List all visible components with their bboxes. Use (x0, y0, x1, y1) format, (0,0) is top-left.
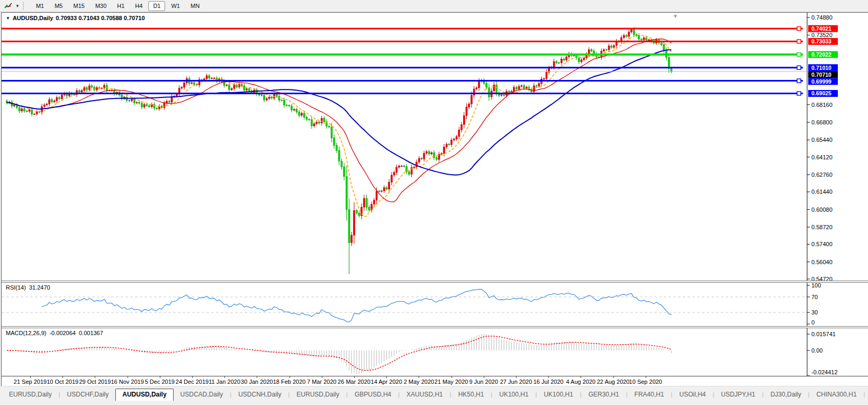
macd-chart-canvas[interactable]: 0.0157410.00-0.024412 (2, 328, 868, 376)
chart-tab-hk50-h1[interactable]: HK50,H1 (451, 389, 491, 401)
time-axis-label: 16 Nov 2019 (111, 379, 143, 385)
time-axis-tick (322, 376, 322, 378)
time-axis-label: 7 Mar 2020 (307, 379, 337, 385)
svg-text:0.62760: 0.62760 (811, 172, 833, 178)
timeframe-button-w1[interactable]: W1 (166, 1, 185, 11)
time-axis-tick (581, 376, 581, 378)
chart-symbol-label: AUDUSD,Daily (13, 15, 53, 21)
chart-tab-uk100-h1[interactable]: UK100,H1 (492, 389, 535, 401)
chart-tab-eurusd-daily[interactable]: EURUSD,Daily (2, 389, 59, 401)
chart-tab-usdcnh-daily[interactable]: USDCNH,Daily (231, 389, 288, 401)
chart-tab-dj30-daily[interactable]: DJ30,Daily (764, 389, 808, 401)
svg-text:70: 70 (811, 294, 818, 300)
chart-tab-usoil-h4[interactable]: USOil,H4 (672, 389, 712, 401)
svg-text:0.00: 0.00 (811, 347, 822, 354)
svg-text:0.72022: 0.72022 (811, 51, 831, 58)
macd-pane[interactable]: MACD(12,26,9) -0.002064 0.001367 0.01574… (2, 328, 868, 376)
time-axis-tick (386, 376, 387, 378)
rsi-chart-canvas[interactable]: 10070300 (2, 283, 868, 326)
chart-tab-audusd-daily[interactable]: AUDUSD,Daily (115, 389, 173, 401)
time-axis-label: 2 May 2020 (404, 379, 434, 385)
time-axis-tick (128, 376, 128, 378)
chart-tab-usoil-h1[interactable]: USOil,H1 (865, 389, 868, 401)
svg-text:0.015741: 0.015741 (811, 331, 836, 337)
chart-ohlc-values: 0.70933 0.71043 0.70588 0.70710 (56, 15, 144, 21)
svg-text:0.70710: 0.70710 (811, 71, 831, 78)
svg-text:-0.024412: -0.024412 (811, 369, 838, 375)
time-axis-label: 16 Jul 2020 (534, 379, 564, 385)
time-axis-label: 27 Jun 2020 (500, 379, 532, 385)
time-axis-tick (646, 376, 646, 378)
timeframe-button-m30[interactable]: M30 (91, 1, 111, 11)
svg-text:0.71010: 0.71010 (811, 65, 831, 71)
time-axis-tick (354, 376, 355, 378)
timeframe-button-h4[interactable]: H4 (130, 1, 147, 11)
time-axis-label: 9 Jun 2020 (469, 379, 498, 385)
toolbar-dropdown-caret-icon[interactable]: ▼ (15, 4, 20, 8)
timeframe-button-m1[interactable]: M1 (31, 1, 49, 11)
price-chart-canvas[interactable]: 0.748800.735200.681600.668000.654400.641… (2, 13, 868, 281)
svg-text:0.58720: 0.58720 (811, 224, 833, 230)
chart-tab-usdcad-daily[interactable]: USDCAD,Daily (174, 389, 230, 401)
chart-tab-usdjpy-h1[interactable]: USDJPY,H1 (714, 389, 762, 401)
time-axis-label: 18 Feb 2020 (273, 379, 306, 385)
chart-tab-bar: EURUSD,Daily|USDCHF,DailyAUDUSD,DailyUSD… (0, 386, 868, 401)
macd-main-value: -0.002064 (49, 330, 76, 336)
toolbar-grip (23, 2, 28, 10)
timeframe-button-h1[interactable]: H1 (112, 1, 129, 11)
time-axis-tick (257, 376, 257, 378)
macd-label: MACD(12,26,9) (6, 330, 46, 336)
macd-signal-value: 0.001367 (79, 330, 103, 336)
svg-text:0.60080: 0.60080 (811, 206, 833, 213)
svg-text:0.61440: 0.61440 (811, 188, 833, 195)
time-axis-tick (613, 376, 614, 378)
time-axis-label: 24 Dec 2019 (176, 379, 209, 385)
svg-text:30: 30 (811, 309, 818, 316)
time-axis-label: 29 Oct 2019 (79, 379, 111, 385)
timeframe-button-mn[interactable]: MN (186, 1, 204, 11)
time-axis-label: 4 Aug 2020 (566, 379, 596, 385)
chart-tab-gbpusd-h4[interactable]: GBPUSD,H4 (348, 389, 398, 401)
time-axis-tick (451, 376, 452, 378)
time-axis[interactable]: 21 Sep 201910 Oct 201929 Oct 201916 Nov … (2, 376, 868, 386)
svg-text:0.66800: 0.66800 (811, 119, 833, 125)
timeframe-button-m15[interactable]: M15 (68, 1, 89, 11)
chart-tab-eurusd-daily[interactable]: EURUSD,Daily (290, 389, 346, 401)
timeframe-button-d1[interactable]: D1 (148, 1, 165, 11)
chart-tab-ger30-h1[interactable]: GER30,H1 (582, 389, 626, 401)
chart-tab-uk100-h1[interactable]: UK100,H1 (537, 389, 580, 401)
time-axis-label: 10 Sep 2020 (629, 379, 662, 385)
svg-text:0.69025: 0.69025 (811, 90, 831, 96)
chart-window: ▼ AUDUSD,Daily 0.70933 0.71043 0.70588 0… (1, 12, 868, 386)
chart-tab-xauusd-h1[interactable]: XAUUSD,H1 (400, 389, 450, 401)
svg-text:0.73520: 0.73520 (811, 32, 833, 38)
chart-tab-fra40-h1[interactable]: FRA40,H1 (628, 389, 671, 401)
svg-text:0.64120: 0.64120 (811, 154, 833, 160)
chart-tab-usdchf-daily[interactable]: USDCHF,Daily (60, 389, 116, 401)
chart-tab-china300-h1[interactable]: CHINA300,H1 (810, 389, 864, 401)
svg-text:0.73033: 0.73033 (811, 38, 831, 44)
time-axis-tick (419, 376, 419, 378)
time-axis-label: 11 Jan 2020 (209, 379, 240, 385)
chart-title: ▼ AUDUSD,Daily 0.70933 0.71043 0.70588 0… (6, 15, 145, 21)
svg-text:100: 100 (811, 283, 821, 289)
time-axis-tick (95, 376, 95, 378)
rsi-pane[interactable]: RSI(14) 31.2470 10070300 (2, 283, 868, 326)
time-axis-tick (516, 376, 517, 378)
svg-text:0.74880: 0.74880 (811, 14, 833, 21)
timeframe-button-m5[interactable]: M5 (50, 1, 67, 11)
price-pane[interactable]: ▼ AUDUSD,Daily 0.70933 0.71043 0.70588 0… (2, 13, 868, 281)
chart-cursor-icon[interactable] (2, 1, 15, 11)
svg-text:0.69999: 0.69999 (811, 78, 831, 85)
chart-title-caret-icon[interactable]: ▼ (6, 16, 10, 21)
time-axis-label: 21 May 2020 (435, 379, 468, 385)
time-axis-label: 10 Oct 2019 (47, 379, 78, 385)
time-axis-label: 30 Jan 2020 (241, 379, 273, 385)
rsi-value: 31.2470 (29, 284, 50, 291)
time-axis-label: 14 Apr 2020 (371, 379, 402, 385)
time-axis-label: 22 Aug 2020 (597, 379, 630, 385)
time-axis-label: 5 Dec 2019 (145, 379, 175, 385)
svg-text:0.54720: 0.54720 (811, 276, 833, 281)
svg-text:0.57400: 0.57400 (811, 241, 833, 247)
scroll-to-end-icon[interactable]: ▼ (673, 13, 678, 19)
